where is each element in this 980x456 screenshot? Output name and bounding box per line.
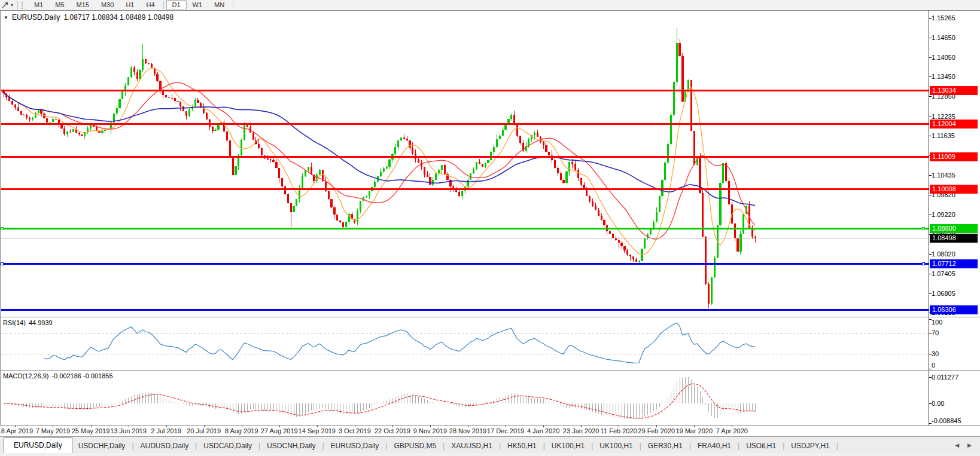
macd-level-label: 0.011277: [932, 374, 978, 381]
date-label: 7 May 2019: [36, 427, 70, 434]
timeframe-button-w1[interactable]: W1: [187, 0, 209, 10]
tool-dropdown-arrow-icon[interactable]: ▾: [11, 2, 13, 8]
status-strip: [0, 453, 980, 456]
price-tick-label: 1.06805: [932, 290, 978, 298]
timeframe-button-mn[interactable]: MN: [208, 0, 230, 10]
price-tick-label: 1.14050: [932, 54, 978, 62]
rsi-indicator-label: RSI(14) 44.9939: [3, 319, 53, 326]
tab-uk100-h1-9[interactable]: UK100,H1: [546, 439, 591, 454]
date-label: 23 Jan 2020: [563, 427, 599, 434]
hline-price-flag[interactable]: 1.12004: [930, 120, 978, 128]
tab-usdchf-daily-1[interactable]: USDCHF,Daily: [72, 439, 132, 454]
timeframe-button-m5[interactable]: M5: [49, 0, 70, 10]
tab-usdcnh-daily-4[interactable]: USDCNH,Daily: [261, 439, 321, 454]
price-tick-label: 1.15265: [932, 14, 978, 22]
chart-ohlc-values: 1.08717 1.08834 1.08489 1.08498: [64, 13, 174, 22]
toolbar-separator: [233, 1, 233, 9]
price-tick-label: 1.13450: [932, 73, 978, 81]
macd-level-label: 0.00: [932, 400, 978, 408]
tab-xauusd-h1-7[interactable]: XAUUSD,H1: [445, 439, 498, 454]
rsi-level-label: 30: [932, 350, 978, 358]
hline-price-flag[interactable]: 1.13034: [930, 86, 978, 95]
hline-price-flag[interactable]: 1.07712: [930, 259, 978, 268]
timeframe-button-m30[interactable]: M30: [95, 0, 120, 10]
toolbar-separator: [17, 1, 18, 9]
tab-eurusd-daily-0[interactable]: EURUSD,Daily: [4, 437, 72, 454]
crosshair-tool-icon[interactable]: [1, 1, 10, 9]
timeframe-button-d1[interactable]: D1: [166, 0, 187, 10]
timeframe-button-h4[interactable]: H4: [140, 0, 160, 10]
chart-tab-bar: EURUSD,DailyUSDCHF,Daily|AUDUSD,Daily|US…: [0, 436, 980, 454]
current-price-flag: 1.08498: [930, 234, 978, 243]
date-label: 19 Mar 2020: [675, 427, 713, 434]
macd-level-label: -0.008845: [932, 417, 978, 425]
chart-symbol-label: EURUSD,Daily: [12, 13, 60, 22]
chart-window: ▼ EURUSD,Daily 1.08717 1.08834 1.08489 1…: [0, 10, 980, 426]
price-tick-label: 1.10435: [932, 172, 978, 179]
date-label: 13 Jun 2019: [110, 427, 147, 434]
chart-title: ▼ EURUSD,Daily 1.08717 1.08834 1.08489 1…: [4, 13, 174, 22]
rsi-current-value: 44.9939: [29, 319, 53, 326]
date-label: 18 Apr 2019: [0, 427, 33, 434]
date-label: 20 Jul 2019: [187, 427, 221, 434]
macd-indicator-label: MACD(12,26,9) -0.002186 -0.001855: [3, 372, 113, 380]
timeframe-button-m1[interactable]: M1: [28, 0, 49, 10]
trading-terminal-window: ▾ M1M5M15M30H1H4D1W1MN ▼ EURUSD,Daily 1.…: [0, 0, 980, 456]
toolbar-separator: [163, 1, 164, 9]
timeframe-button-m15[interactable]: M15: [71, 0, 95, 10]
date-label: 8 Aug 2019: [225, 427, 258, 434]
hline-price-flag[interactable]: 1.08800: [930, 224, 978, 233]
date-label: 4 Jan 2020: [527, 427, 559, 434]
date-label: 2 Jul 2019: [151, 427, 181, 434]
chart-dropdown-arrow-icon[interactable]: ▼: [4, 15, 8, 20]
tab-fra40-h1-12[interactable]: FRA40,H1: [692, 439, 737, 454]
hline-price-flag[interactable]: 1.06306: [930, 305, 978, 314]
timeframe-toolbar: ▾ M1M5M15M30H1H4D1W1MN: [0, 0, 980, 11]
macd-current-values: -0.002186 -0.001855: [51, 372, 112, 380]
tab-usoil-h1-13[interactable]: USOil,H1: [740, 439, 782, 454]
tab-audusd-daily-2[interactable]: AUDUSD,Daily: [135, 439, 195, 454]
date-label: 29 Feb 2020: [638, 427, 675, 434]
price-tick-label: 1.07405: [932, 270, 978, 278]
date-label: 11 Feb 2020: [601, 427, 637, 434]
toolbar-grip-handle[interactable]: [22, 2, 25, 9]
date-label: 17 Dec 2019: [487, 427, 524, 434]
date-label: 3 Oct 2019: [339, 427, 371, 434]
tab-hk50-h1-8[interactable]: HK50,H1: [501, 439, 543, 454]
date-axis[interactable]: 18 Apr 20197 May 201925 May 201913 Jun 2…: [0, 426, 980, 436]
rsi-level-label: 70: [932, 329, 978, 337]
tab-scroll-right-icon[interactable]: ▶: [967, 442, 972, 448]
price-tick-label: 1.11635: [932, 132, 978, 140]
hline-price-flag[interactable]: 1.11009: [930, 152, 978, 161]
tab-scroll-left-icon[interactable]: ◀: [955, 442, 959, 448]
date-label: 25 May 2019: [72, 427, 110, 434]
tab-ger30-h1-11[interactable]: GER30,H1: [642, 439, 689, 454]
price-chart-canvas[interactable]: [0, 10, 980, 426]
line-anchor-handle[interactable]: [922, 227, 925, 230]
line-anchor-handle[interactable]: [1, 227, 4, 230]
line-anchor-handle[interactable]: [1, 262, 4, 265]
rsi-level-label: 100: [932, 319, 978, 326]
tab-usdjpy-h1-14[interactable]: USDJPY,H1: [785, 439, 835, 454]
date-label: 14 Sep 2019: [299, 427, 336, 434]
tab-separator: |: [836, 442, 839, 454]
rsi-name: RSI(14): [3, 319, 26, 326]
date-label: 9 Nov 2019: [413, 427, 447, 434]
rsi-level-label: 0: [932, 362, 978, 369]
date-label: 22 Oct 2019: [375, 427, 410, 434]
price-tick-label: 1.09220: [932, 211, 978, 219]
tab-usdcad-daily-3[interactable]: USDCAD,Daily: [197, 439, 258, 454]
date-label: 7 Apr 2020: [716, 427, 748, 434]
line-anchor-handle[interactable]: [922, 262, 925, 265]
price-tick-label: 1.08020: [932, 250, 978, 258]
date-label: 28 Nov 2019: [449, 427, 486, 434]
tab-uk100-h1-10[interactable]: UK100,H1: [594, 439, 638, 454]
tab-gbpusd-m5-6[interactable]: GBPUSD,M5: [388, 439, 442, 454]
macd-name: MACD(12,26,9): [3, 372, 48, 380]
tab-eurusd-daily-5[interactable]: EURUSD,Daily: [325, 439, 385, 454]
date-label: 27 Aug 2019: [261, 427, 298, 434]
price-tick-label: 1.14650: [932, 34, 978, 42]
hline-price-flag[interactable]: 1.10008: [930, 185, 978, 194]
timeframe-button-h1[interactable]: H1: [120, 0, 140, 10]
